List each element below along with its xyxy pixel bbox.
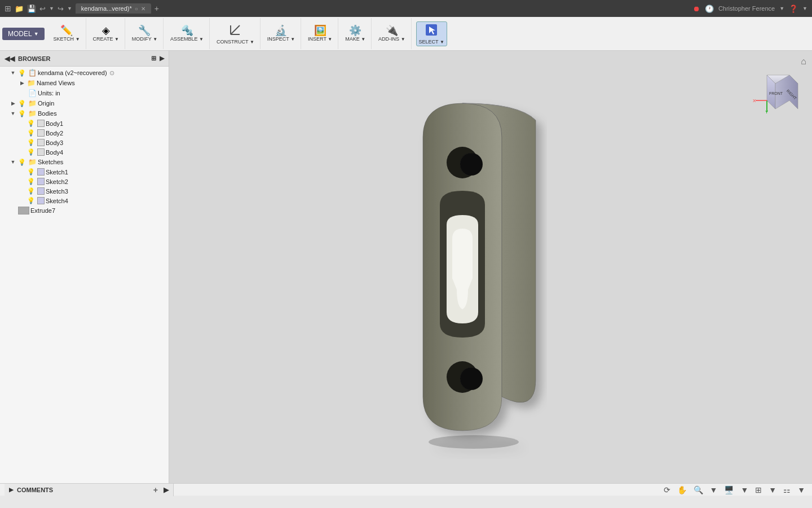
insert-button[interactable]: 🖼️ INSERT ▼ xyxy=(306,24,334,43)
grid-icon[interactable]: ⊞ xyxy=(753,485,764,495)
browser-close-icon[interactable]: ▶ xyxy=(160,55,164,62)
sketch-button[interactable]: ✏️ SKETCH ▼ xyxy=(51,24,82,43)
grid-dropdown-icon[interactable]: ▼ xyxy=(766,485,779,495)
make-button[interactable]: ⚙️ MAKE ▼ xyxy=(343,24,368,43)
assemble-button[interactable]: 🔩 ASSEMBLE ▼ xyxy=(168,24,206,43)
body1-box-icon xyxy=(37,120,45,127)
root-label: kendama (v2~recovered) xyxy=(38,69,107,76)
select-button[interactable]: SELECT ▼ xyxy=(416,21,447,46)
modify-button[interactable]: 🔧 MODIFY ▼ xyxy=(130,24,160,43)
save-icon[interactable]: 💾 xyxy=(27,5,36,13)
construct-button[interactable]: CONSTRUCT ▼ xyxy=(214,22,257,46)
eye-sketch2-icon[interactable]: 💡 xyxy=(27,178,35,185)
eye-sketches-icon[interactable]: 💡 xyxy=(18,159,26,166)
origin-label: Origin xyxy=(38,100,54,107)
expand-origin-icon[interactable]: ▶ xyxy=(9,100,17,106)
create-button[interactable]: ◈ CREATE ▼ xyxy=(91,24,121,43)
sidebar-toggle-icon[interactable]: ▶ xyxy=(164,486,169,494)
undo-icon[interactable]: ↩ xyxy=(39,5,46,13)
eye-origin-icon[interactable]: 💡 xyxy=(18,100,26,107)
clock-icon[interactable]: 🕐 xyxy=(705,5,714,13)
tree-item-extrude7[interactable]: Extrude7 xyxy=(0,205,169,216)
file-icon[interactable]: 📁 xyxy=(15,5,24,13)
eye-sketch1-icon[interactable]: 💡 xyxy=(27,168,35,176)
tab-close-icon[interactable]: ✕ xyxy=(141,6,145,12)
undo-dropdown-icon[interactable]: ▼ xyxy=(49,6,54,11)
folder-named-views-icon: 📁 xyxy=(27,79,36,87)
model-button[interactable]: MODEL ▼ xyxy=(2,28,45,40)
tree-item-body3[interactable]: 💡 Body3 xyxy=(0,138,169,147)
zoom-dropdown-icon[interactable]: ▼ xyxy=(708,485,720,495)
expand-bodies-icon[interactable]: ▼ xyxy=(9,111,17,116)
expand-named-views-icon[interactable]: ▶ xyxy=(18,80,26,86)
app-grid-icon[interactable]: ⊞ xyxy=(5,4,11,13)
browser-expand-icon[interactable]: ⊞ xyxy=(151,55,156,62)
zoom-icon[interactable]: 🔍 xyxy=(691,485,705,495)
user-dropdown-icon[interactable]: ▼ xyxy=(779,6,784,11)
inspect-button[interactable]: 🔬 INSPECT ▼ xyxy=(265,24,297,43)
canvas-area[interactable]: ⌂ xyxy=(169,51,812,483)
comments-add-button[interactable]: + xyxy=(153,485,158,494)
svg-point-18 xyxy=(429,435,519,449)
svg-point-15 xyxy=(460,153,483,176)
root-settings-icon[interactable]: ⊙ xyxy=(109,69,114,77)
sketch-icon: ✏️ xyxy=(60,25,73,36)
units-label: Units: in xyxy=(38,90,60,97)
redo-dropdown-icon[interactable]: ▼ xyxy=(67,6,72,11)
browser-collapse-icon[interactable]: ◀◀ xyxy=(5,55,15,63)
eye-body2-icon[interactable]: 💡 xyxy=(27,129,35,137)
user-name[interactable]: Christopher Ference xyxy=(718,5,775,12)
tree-item-sketch2[interactable]: 💡 Sketch2 xyxy=(0,177,169,186)
browser-content: ▼ 💡 📋 kendama (v2~recovered) ⊙ ▶ 📁 Named… xyxy=(0,67,169,483)
comments-expand-icon[interactable]: ▶ xyxy=(9,487,14,493)
browser-title: BROWSER xyxy=(18,55,50,62)
sketch1-label: Sketch1 xyxy=(46,169,68,176)
tree-item-body2[interactable]: 💡 Body2 xyxy=(0,128,169,138)
eye-sketch4-icon[interactable]: 💡 xyxy=(27,197,35,204)
tree-item-sketch3[interactable]: 💡 Sketch3 xyxy=(0,186,169,196)
eye-body1-icon[interactable]: 💡 xyxy=(27,120,35,127)
eye-body3-icon[interactable]: 💡 xyxy=(27,139,35,146)
view-options-dropdown-icon[interactable]: ▼ xyxy=(795,485,807,495)
addins-group: 🔌 ADD-INS ▼ xyxy=(373,18,411,49)
eye-bodies-icon[interactable]: 💡 xyxy=(18,110,26,117)
view-options-icon[interactable]: ⚏ xyxy=(781,485,793,495)
tree-item-named-views[interactable]: ▶ 📁 Named Views xyxy=(0,78,169,88)
tree-item-sketch4[interactable]: 💡 Sketch4 xyxy=(0,196,169,205)
insert-icon: 🖼️ xyxy=(314,25,326,36)
expand-sketches-icon[interactable]: ▼ xyxy=(9,159,17,165)
tree-item-sketch1[interactable]: 💡 Sketch1 xyxy=(0,167,169,177)
tree-item-body1[interactable]: 💡 Body1 xyxy=(0,119,169,128)
browser-header: ◀◀ BROWSER ⊞ ▶ xyxy=(0,51,169,67)
model-dropdown-icon: ▼ xyxy=(34,31,39,37)
redo-icon[interactable]: ↪ xyxy=(58,5,64,13)
help-icon[interactable]: ❓ xyxy=(789,5,798,13)
orbit-icon[interactable]: ⟳ xyxy=(661,485,673,495)
active-tab[interactable]: kendama...vered)* ○ ✕ xyxy=(76,3,151,14)
folder-bodies-icon: 📁 xyxy=(28,110,37,117)
sketch3-icon xyxy=(37,187,45,195)
tree-item-units[interactable]: 📄 Units: in xyxy=(0,88,169,98)
eye-sketch3-icon[interactable]: 💡 xyxy=(27,187,35,195)
pan-icon[interactable]: ✋ xyxy=(675,485,689,495)
inspect-icon: 🔬 xyxy=(275,25,287,36)
tree-item-bodies[interactable]: ▼ 💡 📁 Bodies xyxy=(0,108,169,119)
eye-root-icon[interactable]: 💡 xyxy=(18,69,26,77)
construct-group: CONSTRUCT ▼ xyxy=(211,18,261,49)
record-icon[interactable]: ⏺ xyxy=(693,5,700,13)
addins-icon: 🔌 xyxy=(386,25,398,36)
tree-item-body4[interactable]: 💡 Body4 xyxy=(0,147,169,157)
tree-item-root[interactable]: ▼ 💡 📋 kendama (v2~recovered) ⊙ xyxy=(0,68,169,78)
display-mode-icon[interactable]: 🖥️ xyxy=(722,485,736,495)
help-dropdown-icon[interactable]: ▼ xyxy=(802,6,807,11)
expand-root-icon[interactable]: ▼ xyxy=(9,70,17,76)
sketch3-label: Sketch3 xyxy=(46,188,68,195)
body3-box-icon xyxy=(37,139,45,146)
tree-item-sketches[interactable]: ▼ 💡 📁 Sketches xyxy=(0,157,169,167)
eye-body4-icon[interactable]: 💡 xyxy=(27,148,35,156)
display-dropdown-icon[interactable]: ▼ xyxy=(738,485,751,495)
addins-button[interactable]: 🔌 ADD-INS ▼ xyxy=(376,24,407,43)
tree-item-origin[interactable]: ▶ 💡 📁 Origin xyxy=(0,98,169,108)
new-tab-button[interactable]: + xyxy=(155,4,159,13)
title-bar-left: ⊞ 📁 💾 ↩ ▼ ↪ ▼ kendama...vered)* ○ ✕ + xyxy=(5,3,159,14)
